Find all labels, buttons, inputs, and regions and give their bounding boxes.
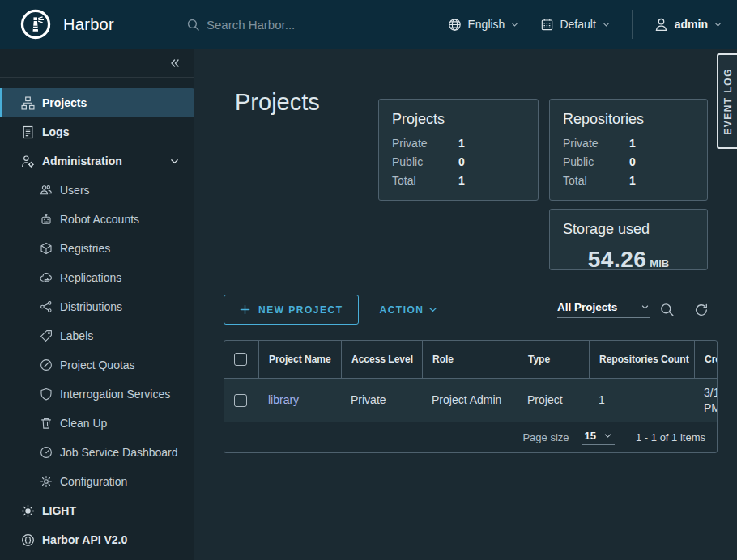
column-header[interactable]: Repositories Count [589, 341, 694, 378]
sidebar-item-harbor-api[interactable]: Harbor API V2.0 [0, 525, 194, 554]
project-name-link[interactable]: library [268, 392, 299, 407]
stat-row: Public 0 [563, 155, 694, 168]
labels-icon [40, 329, 53, 342]
row-checkbox[interactable] [234, 394, 247, 407]
sidebar-item-label: Robot Accounts [60, 213, 139, 226]
header-divider [632, 10, 633, 39]
select-all-checkbox[interactable] [234, 353, 247, 366]
project-filter-select[interactable]: All Projects [557, 301, 650, 318]
sidebar-item-registries[interactable]: Registries [0, 234, 194, 263]
sidebar-item-configuration[interactable]: Configuration [0, 467, 194, 496]
project-filter-group: All Projects [557, 295, 709, 325]
project-quotas-icon [40, 358, 53, 371]
chevron-down-icon [169, 156, 180, 167]
page-size-select[interactable]: 15 [582, 430, 615, 445]
sidebar-item-label: Logs [42, 125, 69, 138]
distributions-icon [40, 300, 53, 313]
action-label: ACTION [380, 304, 424, 316]
chevron-down-icon [603, 431, 612, 440]
filter-search-icon[interactable] [659, 302, 675, 317]
replications-icon [40, 271, 53, 284]
collapse-sidebar-icon[interactable] [168, 57, 181, 70]
projects-table: Project Name Access Level Role Type Repo… [224, 340, 718, 453]
api-icon [21, 533, 35, 547]
stat-value: 1 [629, 137, 636, 150]
event-log-tab[interactable]: EVENT LOG [717, 53, 737, 149]
page-title: Projects [235, 89, 320, 116]
stat-label: Total [392, 174, 458, 187]
stat-label: Private [392, 137, 458, 150]
chevron-down-icon [510, 20, 519, 29]
column-header[interactable]: Access Level [341, 341, 422, 378]
sidebar-item-robot-accounts[interactable]: Robot Accounts [0, 205, 194, 234]
column-header[interactable]: Cre [694, 341, 717, 378]
storage-value-line: 54.26MiB [563, 247, 694, 273]
sidebar-item-project-quotas[interactable]: Project Quotas [0, 350, 194, 380]
stat-label: Private [563, 137, 629, 150]
card-title: Projects [392, 111, 525, 128]
action-dropdown[interactable]: ACTION [380, 304, 438, 316]
sidebar-item-users[interactable]: Users [0, 176, 194, 205]
sidebar-item-replications[interactable]: Replications [0, 263, 194, 292]
sidebar-item-label: Project Quotas [60, 358, 135, 371]
sidebar-item-interrogation-services[interactable]: Interrogation Services [0, 380, 194, 409]
repositories-summary-card: Repositories Private 1 Public 0 Total 1 [549, 99, 708, 201]
projects-summary-card: Projects Private 1 Public 0 Total 1 [378, 99, 539, 201]
language-label: English [467, 18, 505, 31]
sidebar-collapse-row [0, 49, 194, 78]
search-input[interactable] [207, 18, 393, 32]
card-title: Storage used [563, 221, 694, 238]
toolbar-divider [684, 301, 684, 319]
sidebar-item-job-service-dashboard[interactable]: Job Service Dashboard [0, 438, 194, 467]
sidebar-item-administration[interactable]: Administration [0, 146, 194, 176]
type-cell: Project [518, 379, 589, 422]
stat-value: 1 [458, 174, 465, 187]
header: Harbor English Defa [0, 0, 737, 49]
storage-summary-card: Storage used 54.26MiB [549, 209, 708, 270]
robot-accounts-icon [40, 213, 53, 226]
sidebar-item-labels[interactable]: Labels [0, 321, 194, 350]
language-menu[interactable]: English [448, 18, 519, 32]
column-header[interactable]: Type [518, 341, 589, 378]
column-header[interactable]: Role [422, 341, 518, 378]
theme-menu[interactable]: Default [540, 18, 610, 32]
stat-row: Total 1 [563, 174, 694, 187]
sidebar-item-clean-up[interactable]: Clean Up [0, 409, 194, 438]
sidebar-item-projects[interactable]: Projects [0, 88, 194, 117]
row-checkbox-cell [224, 379, 258, 422]
sidebar-item-label: Clean Up [60, 417, 107, 430]
toolbar: NEW PROJECT ACTION [224, 295, 438, 325]
sidebar-item-label: Registries [60, 242, 110, 255]
brand[interactable]: Harbor [0, 8, 168, 40]
stat-row: Private 1 [392, 137, 525, 150]
user-icon [654, 17, 669, 32]
sidebar-item-label: Interrogation Services [60, 388, 170, 401]
new-project-button[interactable]: NEW PROJECT [224, 295, 359, 325]
theme-icon [540, 18, 554, 32]
page-size-value: 15 [585, 430, 596, 442]
sidebar-item-label: Configuration [60, 475, 127, 488]
creation-time-cell: 3/1 PM [694, 379, 717, 422]
sidebar-item-label: Users [60, 184, 90, 197]
chevron-down-icon [428, 304, 438, 315]
stat-value: 1 [458, 137, 465, 150]
chevron-down-icon [602, 20, 611, 29]
sidebar-item-label: Job Service Dashboard [60, 446, 178, 459]
harbor-logo-icon [19, 8, 52, 40]
storage-value: 54.26 [588, 247, 647, 272]
stat-label: Public [392, 155, 458, 168]
table-header-row: Project Name Access Level Role Type Repo… [224, 341, 717, 379]
stat-row: Public 0 [392, 155, 525, 168]
sidebar-item-distributions[interactable]: Distributions [0, 292, 194, 321]
sidebar-item-logs[interactable]: Logs [0, 117, 194, 146]
page-size-label: Page size [522, 431, 569, 443]
job-service-dashboard-icon [40, 446, 53, 459]
stat-value: 1 [629, 174, 636, 187]
stat-label: Total [563, 174, 629, 187]
project-filter-value: All Projects [557, 301, 617, 313]
column-header[interactable]: Project Name [258, 341, 341, 378]
chevron-down-icon [641, 303, 650, 312]
sidebar-item-light-theme[interactable]: LIGHT [0, 496, 194, 525]
refresh-icon[interactable] [694, 303, 709, 317]
user-menu[interactable]: admin [654, 17, 722, 32]
